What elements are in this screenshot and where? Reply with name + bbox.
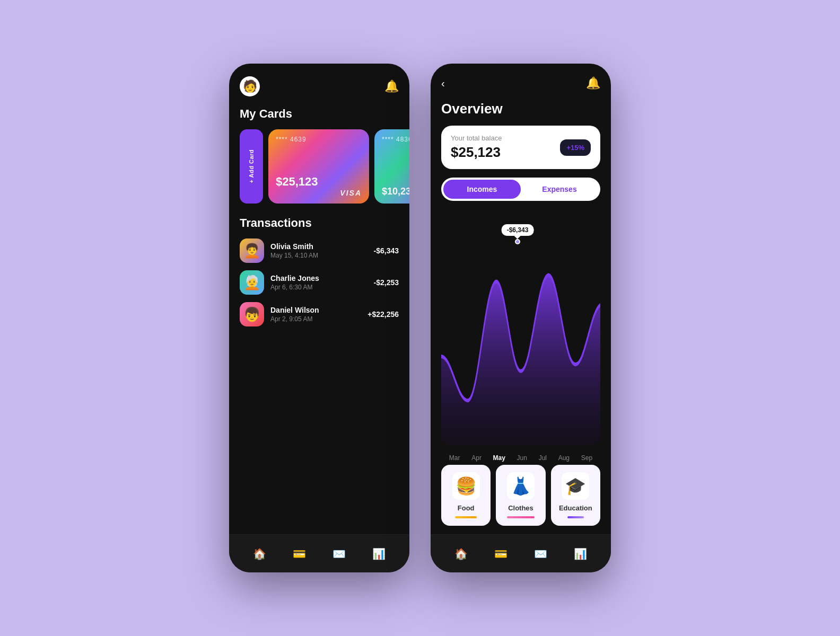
transactions-section: Transactions 🧑‍🦱 Olivia Smith May 15, 4:…: [240, 216, 399, 534]
food-bar: [455, 516, 477, 518]
mail-icon: ✉️: [332, 547, 346, 560]
tab-incomes[interactable]: Incomes: [443, 180, 521, 199]
education-icon: 🎓: [562, 472, 589, 500]
back-button[interactable]: ‹: [441, 77, 445, 90]
nav-cards[interactable]: 💳: [289, 543, 310, 564]
avatar-emoji: 🧑: [243, 80, 257, 93]
primary-card[interactable]: **** 4639 $25,123 VISA: [268, 129, 369, 204]
education-bar: [567, 516, 584, 518]
txn-amount-3: +$22,256: [368, 310, 399, 319]
txn-info-1: Olivia Smith May 15, 4:10 AM: [270, 242, 368, 259]
txn-amount-2: -$2,253: [374, 278, 399, 287]
month-mar: Mar: [449, 454, 460, 462]
month-labels: Mar Apr May Jun Jul Aug Sep: [441, 451, 600, 465]
card-brand: VISA: [276, 189, 362, 197]
right-top-bar: ‹ 🔔: [441, 76, 600, 90]
education-label: Education: [559, 504, 592, 512]
txn-avatar-1: 🧑‍🦱: [240, 238, 264, 263]
card-amount-primary: $25,123: [276, 175, 362, 189]
balance-label: Your total balace: [451, 134, 502, 142]
card-number-secondary: **** 4836: [382, 136, 409, 143]
chart-data-point: [515, 239, 520, 244]
month-jul: Jul: [539, 454, 547, 462]
chart-tooltip: -$6,343: [502, 224, 534, 236]
transaction-item[interactable]: 🧑‍🦳 Charlie Jones Apr 6, 6:30 AM -$2,253: [240, 270, 399, 295]
month-apr: Apr: [471, 454, 482, 462]
transaction-list: 🧑‍🦱 Olivia Smith May 15, 4:10 AM -$6,343…: [240, 238, 399, 326]
tab-expenses[interactable]: Expenses: [521, 180, 598, 199]
right-home-icon: 🏠: [454, 547, 468, 560]
top-bar: 🧑 🔔: [240, 76, 399, 96]
right-nav-mail[interactable]: ✉️: [530, 543, 552, 564]
txn-date-3: Apr 2, 9:05 AM: [270, 315, 361, 323]
txn-name-3: Daniel Wilson: [270, 306, 361, 314]
notification-bell-icon[interactable]: 🔔: [384, 80, 399, 93]
cards-row: + Add Card **** 4639 $25,123 VISA **** 4…: [240, 129, 399, 204]
right-nav-cards[interactable]: 💳: [491, 543, 512, 564]
card-amount-secondary: $10,23: [382, 186, 409, 197]
cards-icon: 💳: [293, 547, 306, 560]
balance-amount: $25,123: [451, 144, 502, 161]
food-label: Food: [458, 504, 475, 512]
right-bottom-nav: 🏠 💳 ✉️ 📊: [431, 534, 611, 572]
txn-avatar-2: 🧑‍🦳: [240, 270, 264, 295]
clothes-bar: [507, 516, 535, 518]
txn-name-1: Olivia Smith: [270, 242, 368, 251]
balance-card: Your total balace $25,123 +15%: [441, 126, 600, 169]
home-icon: 🏠: [253, 547, 266, 560]
category-row: 🍔 Food 👗 Clothes 🎓 Education: [441, 465, 600, 534]
clothes-icon: 👗: [507, 472, 535, 500]
txn-amount-1: -$6,343: [374, 246, 399, 255]
month-sep: Sep: [581, 454, 592, 462]
transaction-item[interactable]: 🧑‍🦱 Olivia Smith May 15, 4:10 AM -$6,343: [240, 238, 399, 263]
stats-icon: 📊: [372, 547, 386, 560]
food-icon: 🍔: [452, 472, 480, 500]
avatar[interactable]: 🧑: [240, 76, 260, 96]
category-education[interactable]: 🎓 Education: [551, 465, 600, 526]
month-may[interactable]: May: [493, 454, 505, 462]
txn-info-2: Charlie Jones Apr 6, 6:30 AM: [270, 274, 368, 291]
card-number-primary: **** 4639: [276, 136, 362, 143]
right-cards-icon: 💳: [494, 547, 508, 560]
right-notification-bell-icon[interactable]: 🔔: [586, 76, 600, 90]
right-nav-home[interactable]: 🏠: [451, 543, 472, 564]
transaction-item[interactable]: 👦 Daniel Wilson Apr 2, 9:05 AM +$22,256: [240, 302, 399, 326]
right-nav-stats[interactable]: 📊: [570, 543, 591, 564]
txn-avatar-3: 👦: [240, 302, 264, 326]
add-card-label: + Add Card: [248, 149, 255, 183]
secondary-card[interactable]: **** 4836 $10,23: [374, 129, 409, 204]
nav-mail[interactable]: ✉️: [329, 543, 350, 564]
txn-date-1: May 15, 4:10 AM: [270, 252, 368, 259]
month-aug: Aug: [558, 454, 570, 462]
balance-badge: +15%: [560, 139, 591, 156]
category-food[interactable]: 🍔 Food: [441, 465, 491, 526]
transactions-title: Transactions: [240, 216, 399, 230]
bottom-nav: 🏠 💳 ✉️ 📊: [229, 534, 409, 572]
nav-stats[interactable]: 📊: [369, 543, 390, 564]
income-expense-tabs: Incomes Expenses: [441, 178, 600, 201]
month-jun: Jun: [517, 454, 527, 462]
right-stats-icon: 📊: [574, 547, 587, 560]
txn-name-2: Charlie Jones: [270, 274, 368, 282]
overview-title: Overview: [441, 101, 600, 117]
txn-info-3: Daniel Wilson Apr 2, 9:05 AM: [270, 306, 361, 323]
chart-container: -$6,343: [441, 209, 600, 445]
category-clothes[interactable]: 👗 Clothes: [496, 465, 545, 526]
my-cards-title: My Cards: [240, 107, 399, 121]
right-mail-icon: ✉️: [534, 547, 547, 560]
left-phone: 🧑 🔔 My Cards + Add Card **** 4639 $25,12…: [229, 64, 409, 572]
nav-home[interactable]: 🏠: [249, 543, 270, 564]
clothes-label: Clothes: [508, 504, 533, 512]
txn-date-2: Apr 6, 6:30 AM: [270, 284, 368, 291]
right-phone: ‹ 🔔 Overview Your total balace $25,123 +…: [431, 64, 611, 572]
add-card-button[interactable]: + Add Card: [240, 129, 263, 204]
